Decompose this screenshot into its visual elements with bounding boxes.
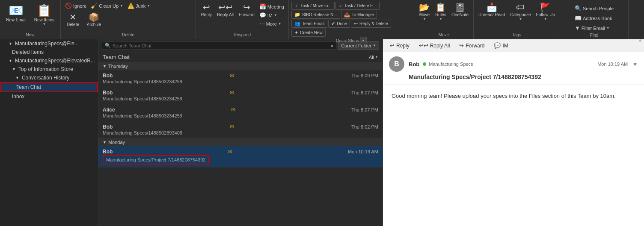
ignore-button[interactable]: 🚫 Ignore — [63, 2, 88, 10]
top-info-chevron-icon: ▼ — [12, 67, 16, 71]
archive-button[interactable]: 📦 Archive — [84, 12, 104, 28]
team-email-icon: 👥 — [294, 21, 300, 26]
junk-button[interactable]: ⚠️ Junk ▼ — [126, 2, 152, 10]
cleanup-button[interactable]: 🧹 Clean Up ▼ — [89, 2, 125, 10]
sidebar-item-top-of-info-store[interactable]: ▼ Top of Information Store — [0, 65, 98, 73]
email-item[interactable]: Bob ✉ Thu 8:02 PM Manufacturing Specs/14… — [98, 121, 383, 138]
reading-im-button[interactable]: 💬 IM — [491, 41, 510, 50]
reading-header: B Bob Manufacturing Specs Mon 10:19 AM ▼… — [383, 52, 644, 85]
unread-read-icon: 📩 — [487, 3, 497, 12]
ribbon-group-respond: ↩ Reply ↩↩ Reply All ↪ Forward 📅 Meeting… — [196, 0, 289, 39]
onenote-icon: 📓 — [454, 3, 465, 12]
search-people-icon: 🔍 — [575, 5, 582, 12]
expand-button[interactable]: ▼ — [632, 61, 638, 68]
reading-reply-button[interactable]: ↩ Reply — [387, 41, 412, 50]
tags-group-label: Tags — [512, 32, 521, 37]
to-manager-button[interactable]: 📤 To Manager — [341, 11, 377, 19]
categorize-button[interactable]: 🏷 Categorize ▼ — [508, 2, 533, 22]
ribbon-group-new: 📧 New Email 📋 New Items ▼ New — [0, 0, 61, 39]
im-dropdown-icon: ▼ — [274, 13, 277, 17]
new-email-button[interactable]: 📧 New Email — [3, 2, 30, 24]
ribbon-collapse-button[interactable]: ▲ — [638, 38, 642, 42]
ribbon-group-delete: 🚫 Ignore 🧹 Clean Up ▼ ⚠️ Junk ▼ ✕ Delete… — [61, 0, 196, 39]
monday-collapse-icon: ▼ — [103, 140, 107, 144]
filter-email-button[interactable]: ▼ Filter Email ▼ — [573, 24, 615, 32]
sidebar-item-conversation-history[interactable]: ▼ Conversation History — [0, 73, 98, 82]
email-item[interactable]: Bob ✉ Thu 8:09 PM Manufacturing Specs/14… — [98, 70, 383, 87]
ignore-icon: 🚫 — [65, 3, 72, 9]
reading-reply-all-button[interactable]: ↩↩ Reply All — [416, 41, 453, 50]
rules-button[interactable]: 📋 Rules ▼ — [433, 2, 448, 22]
search-people-button[interactable]: 🔍 Search People — [573, 4, 615, 12]
sidebar: ▼ ManufacturingSpecs@Ele... Deleted Item… — [0, 39, 98, 226]
team-email-button[interactable]: 👥 Team Email — [291, 20, 327, 28]
task-delete-icon: ☑ — [338, 3, 343, 9]
more-dropdown-icon: ▼ — [278, 22, 282, 26]
task-move-button[interactable]: ☑ Task / Move to... — [291, 2, 335, 10]
ribbon-group-move: 📂 Move ▼ 📋 Rules ▼ 📓 OneNote Move — [414, 0, 474, 39]
ribbon-group-tags: 📩 Unread/ Read 🏷 Categorize ▼ 🚩 Follow U… — [474, 0, 560, 39]
rules-dropdown-icon: ▼ — [439, 17, 442, 21]
reading-date: Mon 10:19 AM — [597, 62, 628, 67]
sender-name: Bob — [409, 61, 419, 68]
task-delete-button[interactable]: ☑ Task / Delete E... — [335, 2, 380, 10]
address-book-button[interactable]: 📖 Address Book — [573, 14, 615, 22]
quicksteps-group-label: Quick Steps — [336, 38, 359, 43]
email-flag-icon: ✉ — [230, 73, 234, 79]
email-flag-icon: ✉ — [230, 90, 234, 96]
list-title-row: Team Chat All ▼ — [98, 52, 383, 62]
rules-icon: 📋 — [435, 3, 446, 12]
new-items-button[interactable]: 📋 New Items ▼ — [31, 2, 58, 28]
reading-pane: ↩ Reply ↩↩ Reply All ↪ Forward 💬 IM B — [383, 39, 644, 226]
reading-body-text: Good morning team! Please upload your sp… — [392, 92, 635, 100]
create-new-icon: ✦ — [294, 30, 298, 35]
reply-delete-button[interactable]: ↩ Reply & Delete — [351, 20, 391, 28]
im-button[interactable]: 💬 IM ▼ — [258, 11, 286, 19]
reading-forward-button[interactable]: ↪ Forward — [457, 41, 487, 50]
search-input[interactable] — [113, 43, 329, 48]
move-icon: 📂 — [419, 3, 430, 12]
email-item[interactable]: Alice ✉ Thu 8:07 PM Manufacturing Specs/… — [98, 104, 383, 121]
email-item-selected[interactable]: Bob ✉ Mon 10:19 AM Manufacturing Specs/P… — [98, 146, 383, 167]
to-manager-icon: 📤 — [344, 12, 350, 18]
delete-button[interactable]: ✕ Delete — [63, 12, 83, 28]
sidebar-item-account2[interactable]: ▼ ManufacturingSpecs@ElevatedR... — [0, 56, 98, 65]
new-items-icon: 📋 — [37, 3, 52, 18]
all-button[interactable]: All ▼ — [369, 55, 378, 60]
categorize-icon: 🏷 — [516, 3, 525, 12]
onenote-button[interactable]: 📓 OneNote — [449, 2, 471, 18]
done-button[interactable]: ✔ Done — [328, 20, 350, 28]
forward-icon: ↪ — [243, 3, 250, 12]
move-button[interactable]: 📂 Move ▼ — [417, 2, 432, 22]
unread-read-button[interactable]: 📩 Unread/ Read — [476, 2, 507, 18]
sidebar-item-inbox[interactable]: Inbox — [0, 92, 98, 101]
email-list: 🔍 ● Current Folder ▼ Team Chat All ▼ ▼ T… — [98, 39, 383, 226]
thursday-collapse-icon: ▼ — [103, 64, 107, 68]
reply-delete-icon: ↩ — [354, 21, 358, 26]
follow-up-button[interactable]: 🚩 Follow Up ▼ — [534, 2, 557, 22]
find-group-label: Find — [590, 32, 598, 38]
filter-email-icon: ▼ — [575, 25, 580, 31]
email-item[interactable]: Bob ✉ Thu 8:07 PM Manufacturing Specs/14… — [98, 87, 383, 104]
reading-im-icon: 💬 — [494, 42, 501, 49]
meeting-button[interactable]: 📅 Meeting — [258, 3, 286, 11]
sfbo-release-button[interactable]: 📁 SfBO Release N... — [291, 11, 340, 19]
forward-button[interactable]: ↪ Forward — [237, 2, 257, 18]
more-button[interactable]: ⋯ More ▼ — [258, 20, 286, 28]
sidebar-item-team-chat[interactable]: Team Chat — [0, 82, 98, 92]
create-new-button[interactable]: ✦ Create New — [291, 29, 326, 37]
sidebar-item-account1[interactable]: ▼ ManufacturingSpecs@Ele... — [0, 39, 98, 48]
reading-reply-icon: ↩ — [390, 42, 395, 49]
reading-reply-all-icon: ↩↩ — [419, 42, 428, 49]
move-dropdown-icon: ▼ — [423, 17, 426, 21]
reply-all-button[interactable]: ↩↩ Reply All — [215, 2, 236, 18]
sidebar-item-deleted-items[interactable]: Deleted Items — [0, 48, 98, 56]
date-group-monday: ▼ Monday — [98, 138, 383, 146]
folder-dropdown-icon: ▼ — [373, 44, 376, 47]
quicksteps-expand-button[interactable]: ⬥ — [360, 37, 367, 43]
reading-toolbar: ↩ Reply ↩↩ Reply All ↪ Forward 💬 IM — [383, 39, 644, 52]
move-group-label: Move — [439, 32, 449, 37]
reply-button[interactable]: ↩ Reply — [199, 2, 214, 18]
reading-forward-icon: ↪ — [459, 42, 464, 49]
avatar: B — [389, 56, 404, 72]
